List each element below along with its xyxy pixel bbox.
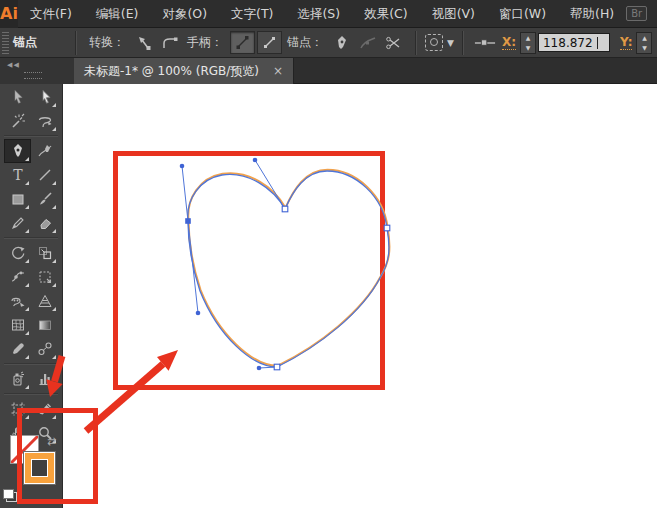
ai-logo-icon: Ai <box>0 0 18 28</box>
dropdown-arrow-icon: ▼ <box>447 38 454 48</box>
menu-type[interactable]: 文字(T) <box>219 0 285 28</box>
divider <box>4 237 58 239</box>
width-tool[interactable] <box>4 265 31 289</box>
artboard-tool[interactable] <box>4 397 31 421</box>
menu-window[interactable]: 窗口(W) <box>487 0 558 28</box>
isolate-object-icon[interactable] <box>474 33 496 53</box>
y-label: Y: <box>620 35 632 50</box>
x-step-up-icon[interactable]: ▲ <box>521 33 535 43</box>
document-tab-bar: ◀◀ 未标题-1* @ 100% (RGB/预览) × <box>0 58 657 84</box>
close-tab-icon[interactable]: × <box>273 65 283 77</box>
x-stepper[interactable]: ▲ ▼ <box>520 32 536 54</box>
svg-text:T: T <box>13 167 23 183</box>
separator <box>462 31 464 55</box>
divider <box>4 363 58 365</box>
convert-to-smooth-icon[interactable] <box>159 33 181 53</box>
convert-to-corner-icon[interactable] <box>133 33 155 53</box>
selection-tool[interactable] <box>4 85 31 109</box>
menu-file[interactable]: 文件(F) <box>18 0 84 28</box>
menu-help[interactable]: 帮助(H) <box>558 0 626 28</box>
menu-object[interactable]: 对象(O) <box>150 0 219 28</box>
y-stepper[interactable]: ▲ ▼ <box>636 32 652 54</box>
eraser-tool[interactable] <box>31 211 58 235</box>
blend-tool[interactable] <box>31 337 58 361</box>
menu-select[interactable]: 选择(S) <box>285 0 352 28</box>
rotate-tool[interactable] <box>4 241 31 265</box>
cut-path-icon[interactable] <box>383 33 405 53</box>
shape-builder-tool[interactable] <box>4 289 31 313</box>
column-graph-tool[interactable] <box>31 367 58 391</box>
hide-handles-toggle[interactable] <box>257 31 282 54</box>
y-step-up-icon[interactable]: ▲ <box>637 33 651 43</box>
magic-wand-tool[interactable] <box>4 109 31 133</box>
default-fill-stroke-icon[interactable] <box>3 489 17 502</box>
x-step-down-icon[interactable]: ▼ <box>521 43 535 53</box>
control-panel-title: 锚点 <box>13 34 37 51</box>
isolate-mode-dropdown[interactable]: ▼ <box>425 34 454 51</box>
rectangle-tool[interactable] <box>4 187 31 211</box>
stroke-swatch-hole <box>32 460 47 476</box>
handles-label: 手柄： <box>187 34 223 51</box>
menu-view[interactable]: 视图(V) <box>420 0 487 28</box>
curvature-tool[interactable] <box>31 139 58 163</box>
dashed-box-icon <box>425 34 443 51</box>
divider <box>4 135 58 137</box>
convert-label: 转换： <box>89 34 125 51</box>
dock-grip[interactable] <box>24 72 42 79</box>
paintbrush-tool[interactable] <box>31 187 58 211</box>
x-value: 118.872 <box>543 36 593 50</box>
bridge-button[interactable]: Br <box>626 6 647 21</box>
symbol-sprayer-tool[interactable] <box>4 367 31 391</box>
slice-tool[interactable] <box>31 397 58 421</box>
tools-panel: T <box>0 84 63 508</box>
text-cursor <box>597 37 598 49</box>
panel-grip[interactable] <box>2 32 9 54</box>
separator <box>415 31 417 55</box>
lasso-tool[interactable] <box>31 109 58 133</box>
artboard-canvas[interactable] <box>63 84 657 508</box>
separator <box>75 31 77 55</box>
y-step-down-icon[interactable]: ▼ <box>637 43 651 53</box>
color-swatches: ⇄ <box>0 433 63 508</box>
type-tool[interactable]: T <box>4 163 31 187</box>
perspective-grid-tool[interactable] <box>31 289 58 313</box>
anchor-curve-icon[interactable] <box>357 33 379 53</box>
swap-fill-stroke-icon[interactable]: ⇄ <box>47 435 56 448</box>
menu-effect[interactable]: 效果(C) <box>352 0 419 28</box>
menu-bar: Ai 文件(F) 编辑(E) 对象(O) 文字(T) 选择(S) 效果(C) 视… <box>0 0 657 28</box>
free-transform-tool[interactable] <box>31 265 58 289</box>
document-tab[interactable]: 未标题-1* @ 100% (RGB/预览) × <box>74 58 294 84</box>
collapse-panel-icon[interactable]: ◀◀ <box>7 61 20 69</box>
menu-edit[interactable]: 编辑(E) <box>84 0 151 28</box>
line-segment-tool[interactable] <box>31 163 58 187</box>
divider <box>4 393 58 395</box>
x-label: X: <box>502 35 516 50</box>
pencil-tool[interactable] <box>4 211 31 235</box>
document-tab-title: 未标题-1* @ 100% (RGB/预览) <box>84 63 259 80</box>
direct-selection-tool[interactable] <box>31 85 58 109</box>
stroke-swatch-orange[interactable] <box>24 452 55 484</box>
anchors-label: 锚点： <box>287 34 323 51</box>
control-bar: 锚点 转换： 手柄： 锚点： ▼ <box>0 28 657 58</box>
remove-anchor-icon[interactable] <box>331 33 353 53</box>
pen-tool[interactable] <box>4 139 31 163</box>
eyedropper-tool[interactable] <box>4 337 31 361</box>
mesh-tool[interactable] <box>4 313 31 337</box>
show-handles-toggle[interactable] <box>230 31 255 54</box>
tools-dock-header: ◀◀ <box>0 58 74 84</box>
x-value-field[interactable]: 118.872 <box>538 33 610 52</box>
gradient-tool[interactable] <box>31 313 58 337</box>
scale-tool[interactable] <box>31 241 58 265</box>
illustrator-window: Ai 文件(F) 编辑(E) 对象(O) 文字(T) 选择(S) 效果(C) 视… <box>0 0 657 508</box>
